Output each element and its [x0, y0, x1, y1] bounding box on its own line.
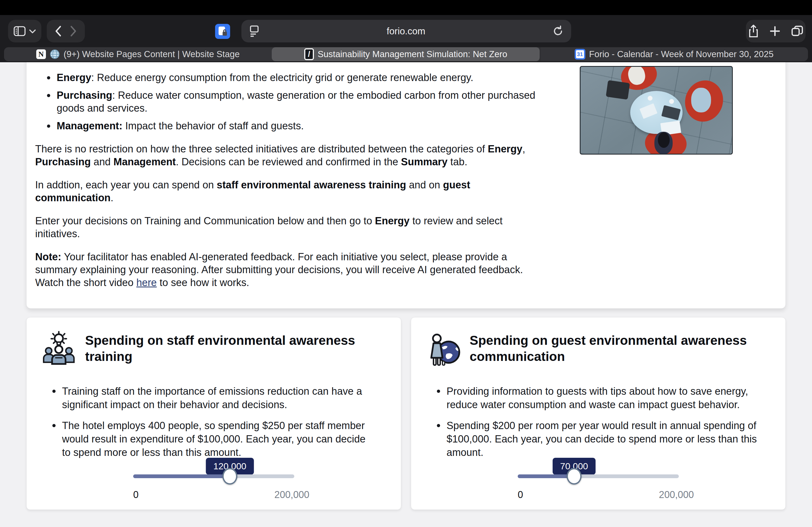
tab-label: Sustainability Management Simulation: Ne… [318, 49, 507, 59]
staff-training-card: Spending on staff environmental awarenes… [26, 317, 401, 510]
guest-communication-slider: 70,000 0 200,000 [518, 468, 679, 500]
list-item: Training staff on the importance of emis… [41, 385, 376, 411]
slider-min-label: 0 [518, 489, 523, 500]
url-text[interactable]: forio.com [260, 26, 552, 36]
intro-text: Energy: Reduce energy consumption from t… [35, 71, 540, 289]
list-item: The hotel employs 400 people, so spendin… [41, 419, 376, 459]
nav-buttons-group [47, 20, 85, 42]
paragraph: There is no restriction on how the three… [35, 142, 540, 168]
list-item: Management: Impact the behavior of staff… [35, 119, 540, 132]
tab-forio-calendar[interactable]: 31 Forio - Calendar - Week of November 3… [540, 47, 808, 61]
calendar-icon: 31 [575, 49, 585, 60]
card-title: Spending on guest environmental awarenes… [470, 331, 771, 365]
paragraph: In addtion, each year you can spend on s… [35, 178, 540, 204]
paragraph: Note: Your facilitator has enabled AI-ge… [35, 250, 540, 289]
back-button[interactable] [54, 26, 62, 37]
tab-label: (9+) Website Pages Content | Website Sta… [64, 49, 240, 59]
share-icon[interactable] [748, 25, 759, 38]
slider-thumb[interactable] [567, 468, 582, 485]
slider-rail[interactable] [133, 468, 294, 484]
slider-max-label: 200,000 [274, 489, 309, 500]
card-title: Spending on staff environmental awarenes… [85, 331, 387, 365]
list-item: Energy: Reduce energy consumption from t… [35, 71, 540, 84]
page-viewport: Energy: Reduce energy consumption from t… [0, 62, 812, 527]
staff-training-slider: 120,000 0 200,000 [133, 468, 294, 500]
tab-label: Forio - Calendar - Week of November 30, … [589, 49, 773, 59]
guest-communication-icon [425, 331, 462, 367]
slider-rail[interactable] [518, 468, 679, 484]
guest-communication-card: Spending on guest environmental awarenes… [411, 317, 786, 510]
reader-options-icon[interactable] [249, 25, 260, 37]
list-item: Purchasing: Reduce water consumption, wa… [35, 89, 540, 115]
menu-bar [0, 0, 812, 15]
new-tab-icon[interactable] [769, 25, 781, 37]
tab-website-pages-content[interactable]: N (9+) Website Pages Content | Website S… [4, 47, 272, 61]
slider-thumb[interactable] [222, 468, 237, 485]
card-bullet-list: Training staff on the importance of emis… [41, 385, 376, 459]
window-actions-group [746, 20, 806, 42]
paragraph: Enter your decisions on Training and Com… [35, 214, 540, 240]
forward-button[interactable] [69, 26, 77, 37]
url-bar[interactable]: forio.com [242, 20, 571, 42]
initiative-categories-list: Energy: Reduce energy consumption from t… [35, 71, 540, 132]
slider-fill [133, 475, 230, 478]
tab-overview-icon[interactable] [791, 25, 803, 37]
list-item: Providing information to guests with tip… [425, 385, 761, 411]
slider-track[interactable] [518, 475, 679, 478]
slider-track[interactable] [133, 475, 294, 478]
intro-section: Energy: Reduce energy consumption from t… [26, 62, 786, 308]
notion-icon: N [36, 49, 46, 59]
list-item: Spending $200 per room per year would re… [425, 419, 761, 459]
reload-icon[interactable] [552, 25, 564, 37]
slider-min-label: 0 [133, 489, 139, 500]
staff-training-icon [41, 331, 77, 367]
tab-net-zero-simulation[interactable]: / Sustainability Management Simulation: … [272, 47, 539, 61]
sidebar-toggle-group [8, 20, 41, 42]
browser-toolbar: forio.com [0, 15, 812, 47]
chevron-down-icon[interactable] [29, 29, 36, 33]
sidebar-toggle-icon[interactable] [14, 26, 26, 36]
tab-strip: N (9+) Website Pages Content | Website S… [0, 47, 812, 62]
meeting-photo [580, 66, 733, 154]
globe-icon [50, 49, 60, 59]
decision-cards-row: Spending on staff environmental awarenes… [26, 317, 786, 510]
password-extension-icon[interactable] [215, 24, 230, 39]
watch-video-here-link[interactable]: here [136, 277, 157, 288]
card-bullet-list: Providing information to guests with tip… [425, 385, 761, 459]
forio-icon: / [304, 48, 314, 60]
slider-max-label: 200,000 [659, 489, 694, 500]
slider-fill [518, 475, 574, 478]
